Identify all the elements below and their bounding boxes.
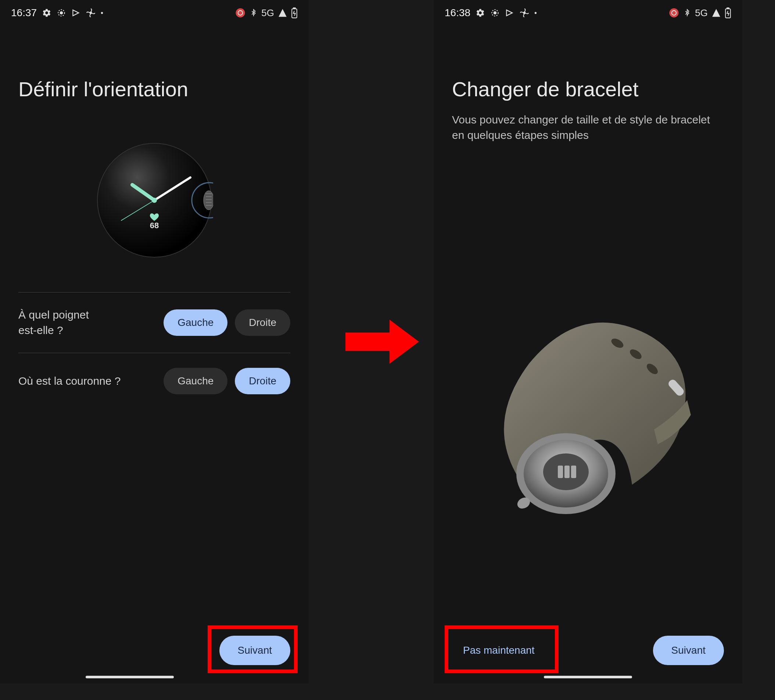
battery-icon bbox=[725, 7, 731, 18]
skip-button[interactable]: Pas maintenant bbox=[452, 636, 546, 665]
record-icon bbox=[235, 7, 246, 18]
nav-handle[interactable] bbox=[544, 676, 632, 678]
status-bar: 16:38 • 5G bbox=[434, 0, 742, 26]
svg-rect-26 bbox=[727, 8, 729, 9]
signal-icon bbox=[278, 8, 288, 18]
next-button[interactable]: Suivant bbox=[653, 636, 724, 665]
status-time: 16:37 bbox=[11, 7, 37, 19]
fan-icon bbox=[520, 8, 529, 18]
watch-bpm: 68 bbox=[150, 221, 159, 230]
wrist-right-button[interactable]: Droite bbox=[235, 309, 290, 336]
bluetooth-icon bbox=[683, 9, 691, 17]
svg-point-19 bbox=[152, 198, 157, 203]
svg-point-2 bbox=[90, 12, 91, 13]
wrist-setting-row: À quel poignet est-elle ? Gauche Droite bbox=[18, 293, 290, 353]
bottom-bar: Pas maintenant Suivant bbox=[434, 636, 742, 665]
page-subtitle: Vous pouvez changer de taille et de styl… bbox=[452, 112, 724, 143]
play-store-icon bbox=[71, 8, 81, 18]
band-screen: 16:38 • 5G bbox=[434, 0, 742, 683]
page-title: Définir l'orientation bbox=[18, 77, 290, 101]
fan-icon bbox=[86, 8, 96, 18]
dot-icon: • bbox=[101, 9, 103, 17]
network-label: 5G bbox=[695, 7, 708, 19]
gear-icon bbox=[42, 8, 52, 18]
svg-point-23 bbox=[670, 8, 679, 18]
svg-rect-34 bbox=[558, 466, 563, 478]
svg-point-21 bbox=[494, 12, 496, 14]
svg-point-1 bbox=[60, 12, 63, 14]
svg-rect-36 bbox=[571, 466, 576, 478]
signal-icon bbox=[712, 8, 721, 18]
status-time: 16:38 bbox=[445, 7, 471, 19]
bluetooth-icon bbox=[249, 9, 258, 17]
next-button[interactable]: Suivant bbox=[220, 636, 290, 665]
svg-point-3 bbox=[236, 8, 245, 18]
crown-setting-row: Où est la couronne ? Gauche Droite bbox=[18, 353, 290, 409]
watch-band-image bbox=[452, 304, 724, 518]
watch-preview: 68 bbox=[18, 141, 290, 259]
svg-rect-6 bbox=[293, 8, 295, 9]
svg-rect-35 bbox=[564, 466, 570, 478]
crown-right-button[interactable]: Droite bbox=[235, 368, 290, 394]
play-store-icon bbox=[505, 8, 514, 18]
network-label: 5G bbox=[261, 7, 274, 19]
page-title: Changer de bracelet bbox=[452, 77, 724, 101]
crown-setting-label: Où est la couronne ? bbox=[18, 373, 121, 389]
wrist-left-button[interactable]: Gauche bbox=[163, 309, 228, 336]
dot-icon: • bbox=[534, 9, 537, 17]
status-bar: 16:37 • 5G bbox=[0, 0, 309, 26]
circle-dot-icon bbox=[57, 8, 66, 18]
battery-icon bbox=[291, 7, 298, 18]
gear-icon bbox=[476, 8, 485, 18]
nav-handle[interactable] bbox=[86, 676, 174, 678]
wrist-setting-label: À quel poignet est-elle ? bbox=[18, 307, 89, 338]
record-icon bbox=[669, 7, 679, 18]
circle-dot-icon bbox=[490, 8, 500, 18]
orientation-screen: 16:37 • 5G bbox=[0, 0, 309, 683]
bottom-bar: Suivant bbox=[0, 636, 309, 665]
transition-arrow bbox=[331, 0, 434, 683]
crown-left-button[interactable]: Gauche bbox=[163, 368, 228, 394]
svg-point-22 bbox=[524, 12, 525, 13]
